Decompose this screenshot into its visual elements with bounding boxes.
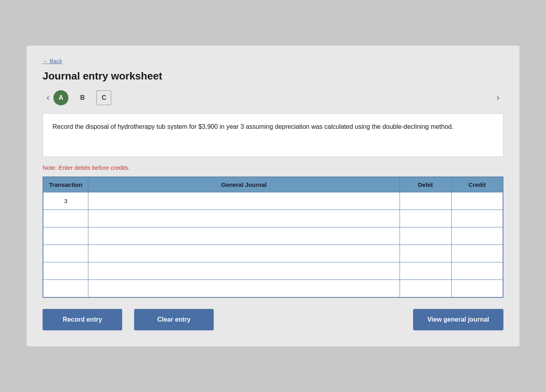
transaction-cell-1	[43, 210, 88, 227]
description-text: Record the disposal of hydrotherapy tub …	[53, 123, 454, 130]
journal-table: Transaction General Journal Debit Credit…	[43, 177, 503, 298]
header-journal: General Journal	[88, 177, 400, 192]
clear-entry-button[interactable]: Clear entry	[134, 309, 214, 330]
credit-input-5[interactable]	[455, 284, 500, 293]
journal-cell-2[interactable]	[88, 227, 400, 245]
header-transaction: Transaction	[43, 177, 88, 192]
nav-prev-arrow[interactable]: ‹	[43, 91, 53, 105]
journal-input-0[interactable]	[94, 197, 396, 205]
debit-input-2[interactable]	[403, 232, 448, 240]
credit-cell-1[interactable]	[451, 210, 503, 227]
table-row	[43, 227, 503, 245]
table-row	[43, 245, 503, 262]
credit-input-0[interactable]	[455, 197, 500, 205]
credit-cell-3[interactable]	[451, 245, 503, 262]
credit-cell-4[interactable]	[451, 262, 503, 280]
credit-cell-5[interactable]	[451, 280, 503, 297]
table-row	[43, 210, 503, 227]
tabs-row: ‹ A B C ›	[43, 90, 503, 105]
journal-cell-3[interactable]	[88, 245, 400, 262]
journal-input-4[interactable]	[94, 267, 396, 275]
credit-cell-0[interactable]	[451, 192, 503, 210]
buttons-row: Record entry Clear entry View general jo…	[43, 309, 503, 330]
credit-input-3[interactable]	[455, 249, 500, 258]
back-link[interactable]: ← Back	[43, 58, 62, 64]
journal-cell-1[interactable]	[88, 210, 400, 227]
transaction-cell-5	[43, 280, 88, 297]
record-entry-button[interactable]: Record entry	[43, 309, 122, 330]
credit-cell-2[interactable]	[451, 227, 503, 245]
table-row	[43, 280, 503, 297]
credit-input-4[interactable]	[455, 267, 500, 275]
tab-a[interactable]: A	[53, 90, 68, 105]
debit-input-1[interactable]	[403, 214, 448, 223]
journal-input-5[interactable]	[94, 284, 396, 293]
debit-input-4[interactable]	[403, 267, 448, 275]
table-row	[43, 262, 503, 280]
debit-cell-5[interactable]	[400, 280, 451, 297]
debit-input-5[interactable]	[403, 284, 448, 293]
note-text: Note: Enter debits before credits.	[43, 164, 503, 171]
transaction-cell-4	[43, 262, 88, 280]
tab-c[interactable]: C	[96, 90, 111, 105]
journal-input-3[interactable]	[94, 249, 396, 258]
debit-cell-2[interactable]	[400, 227, 451, 245]
journal-cell-4[interactable]	[88, 262, 400, 280]
table-row: 3	[43, 192, 503, 210]
view-general-journal-button[interactable]: View general journal	[413, 309, 503, 330]
debit-cell-1[interactable]	[400, 210, 451, 227]
tab-b[interactable]: B	[75, 90, 90, 105]
page-title: Journal entry worksheet	[43, 70, 503, 82]
journal-input-1[interactable]	[94, 214, 396, 223]
credit-input-2[interactable]	[455, 232, 500, 240]
debit-input-0[interactable]	[403, 197, 448, 205]
credit-input-1[interactable]	[455, 214, 500, 223]
journal-cell-5[interactable]	[88, 280, 400, 297]
debit-input-3[interactable]	[403, 249, 448, 258]
nav-next-arrow[interactable]: ›	[493, 91, 503, 105]
journal-input-2[interactable]	[94, 232, 396, 240]
header-debit: Debit	[400, 177, 451, 192]
transaction-cell-0: 3	[43, 192, 88, 210]
debit-cell-4[interactable]	[400, 262, 451, 280]
main-container: ← Back Journal entry worksheet ‹ A B C ›…	[26, 45, 520, 347]
debit-cell-0[interactable]	[400, 192, 451, 210]
header-credit: Credit	[451, 177, 503, 192]
journal-cell-0[interactable]	[88, 192, 400, 210]
transaction-cell-2	[43, 227, 88, 245]
transaction-cell-3	[43, 245, 88, 262]
debit-cell-3[interactable]	[400, 245, 451, 262]
description-box: Record the disposal of hydrotherapy tub …	[43, 113, 503, 157]
